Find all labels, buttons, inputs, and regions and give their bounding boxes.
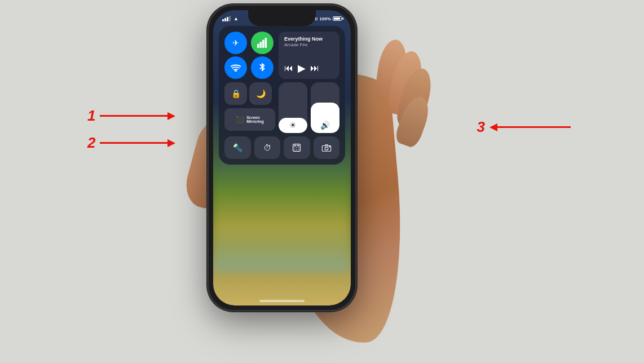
wifi-button[interactable] — [224, 56, 247, 79]
iphone-screen: ▲ B 100% — [213, 10, 351, 306]
iphone-inner: ▲ B 100% — [213, 10, 351, 306]
svg-point-8 — [294, 147, 295, 148]
cc-top-row: ✈ — [224, 32, 339, 79]
play-button[interactable]: ▶ — [298, 62, 306, 74]
notch — [248, 10, 316, 26]
svg-rect-2 — [262, 40, 264, 48]
camera-button[interactable] — [314, 136, 340, 159]
svg-point-16 — [329, 146, 330, 147]
home-indicator — [259, 300, 305, 302]
control-center: ✈ — [219, 26, 345, 165]
signal-bar-1 — [222, 19, 224, 21]
svg-rect-3 — [265, 38, 267, 48]
svg-point-4 — [235, 70, 236, 72]
svg-rect-7 — [297, 145, 299, 146]
track-artist: Arcade Fire — [284, 42, 334, 47]
screen-mirror-label: ScreenMirroring — [246, 116, 264, 123]
connectivity-grid: ✈ — [224, 32, 275, 79]
airplane-mode-button[interactable]: ✈ — [224, 32, 247, 54]
next-button[interactable]: ⏭ — [310, 63, 319, 73]
signal-bar-3 — [227, 17, 228, 21]
wifi-status-icon: ▲ — [233, 16, 239, 21]
prev-button[interactable]: ⏮ — [284, 63, 293, 73]
svg-point-12 — [296, 149, 297, 150]
svg-point-9 — [296, 147, 297, 148]
arrow-3 — [489, 123, 571, 131]
brightness-icon: ☀ — [289, 121, 297, 130]
svg-point-10 — [298, 147, 299, 148]
utilities-row: 🔦 ⏱ — [224, 136, 339, 159]
do-not-disturb-button[interactable]: 🌙 — [249, 82, 272, 105]
timer-button[interactable]: ⏱ — [254, 136, 281, 159]
phone-wrapper: ▲ B 100% — [209, 6, 383, 333]
battery-fill — [334, 17, 340, 20]
signal-bar-4 — [229, 16, 231, 21]
annotation-2: 2 — [87, 134, 175, 152]
screen-mirror-icon: ⬛ — [236, 116, 244, 123]
screen-blur — [213, 159, 351, 272]
rotation-lock-button[interactable]: 🔒 — [224, 82, 247, 105]
volume-icon: 🔊 — [320, 121, 330, 130]
label-1: 1 — [87, 107, 95, 125]
cellular-button[interactable] — [251, 32, 274, 54]
arrow-1 — [100, 112, 175, 120]
svg-rect-0 — [257, 44, 259, 48]
svg-point-11 — [294, 149, 295, 150]
cc-left-column: 🔒 🌙 ⬛ ScreenMirroring — [224, 82, 275, 131]
battery-percent: 100% — [320, 16, 331, 21]
annotation-3: 3 — [477, 118, 571, 136]
brightness-slider[interactable]: ☀ — [279, 82, 307, 133]
svg-rect-6 — [294, 145, 296, 146]
signal-bar-2 — [224, 18, 226, 21]
now-playing-widget: Everything Now Arcade Fire ⏮ ▶ ⏭ — [279, 32, 339, 79]
annotation-1: 1 — [87, 107, 175, 125]
screen-mirror-button[interactable]: ⬛ ScreenMirroring — [224, 108, 275, 131]
flashlight-button[interactable]: 🔦 — [224, 136, 251, 159]
svg-rect-1 — [260, 42, 262, 48]
calculator-button[interactable] — [284, 136, 310, 159]
now-playing-info: Everything Now Arcade Fire — [284, 36, 334, 47]
volume-slider[interactable]: 🔊 — [311, 82, 339, 133]
playback-controls: ⏮ ▶ ⏭ — [284, 62, 334, 74]
label-3: 3 — [477, 118, 485, 136]
arrow-2 — [100, 139, 175, 147]
volume-fill: 🔊 — [311, 103, 339, 133]
sliders-container: ☀ 🔊 — [279, 82, 339, 133]
battery-icon — [333, 16, 342, 21]
status-left: ▲ — [222, 16, 239, 21]
bluetooth-button[interactable] — [251, 56, 274, 79]
svg-point-13 — [298, 149, 299, 150]
brightness-fill: ☀ — [279, 118, 307, 133]
label-2: 2 — [87, 134, 95, 152]
cc-middle-row: 🔒 🌙 ⬛ ScreenMirroring — [224, 82, 339, 133]
iphone-frame: ▲ B 100% — [209, 6, 355, 310]
status-right: B 100% — [315, 16, 342, 21]
track-title: Everything Now — [284, 36, 334, 42]
svg-point-15 — [325, 147, 328, 150]
lock-dnd-row: 🔒 🌙 — [224, 82, 275, 105]
